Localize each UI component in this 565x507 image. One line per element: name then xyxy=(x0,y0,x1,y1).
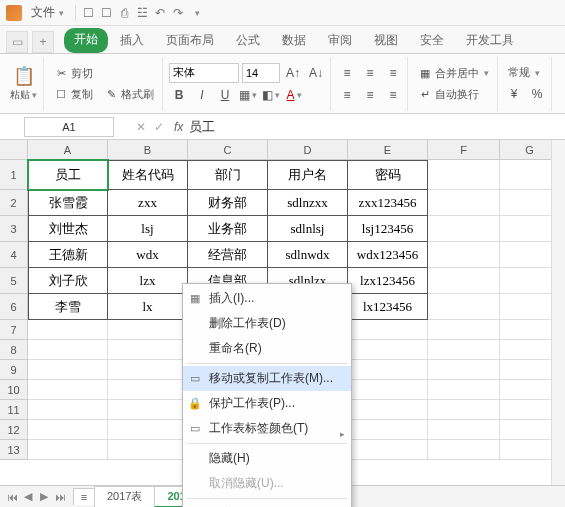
paste-button[interactable]: 📋 粘贴 xyxy=(4,57,44,111)
sheet-nav-next[interactable]: ▶ xyxy=(36,489,52,505)
ribbon-tab-4[interactable]: 数据 xyxy=(272,28,316,53)
cell-F12[interactable] xyxy=(428,420,500,440)
cell-F7[interactable] xyxy=(428,320,500,340)
font-select[interactable] xyxy=(169,63,239,83)
redo-icon[interactable]: ↷ xyxy=(170,5,186,21)
fill-color-button[interactable]: ◧ xyxy=(261,85,281,105)
col-header-F[interactable]: F xyxy=(428,140,500,160)
print-icon[interactable]: ⎙ xyxy=(116,5,132,21)
cell-E1[interactable]: 密码 xyxy=(348,160,428,190)
cell-E2[interactable]: zxx123456 xyxy=(348,190,428,216)
fx-icon[interactable]: fx xyxy=(174,120,183,134)
row-header-10[interactable]: 10 xyxy=(0,380,28,400)
cell-C3[interactable]: 业务部 xyxy=(188,216,268,242)
cell-A13[interactable] xyxy=(28,440,108,460)
cell-A3[interactable]: 刘世杰 xyxy=(28,216,108,242)
cell-F13[interactable] xyxy=(428,440,500,460)
percent-icon[interactable]: % xyxy=(527,84,547,104)
bold-button[interactable]: B xyxy=(169,85,189,105)
preview-icon[interactable]: ☳ xyxy=(134,5,150,21)
cell-A4[interactable]: 王德新 xyxy=(28,242,108,268)
qa-more[interactable] xyxy=(188,5,204,21)
row-header-9[interactable]: 9 xyxy=(0,360,28,380)
row-header-8[interactable]: 8 xyxy=(0,340,28,360)
file-menu[interactable]: 文件 xyxy=(24,2,71,23)
number-format-select[interactable]: 常规 xyxy=(504,63,547,82)
ribbon-tab-7[interactable]: 安全 xyxy=(410,28,454,53)
cell-B13[interactable] xyxy=(108,440,188,460)
row-header-12[interactable]: 12 xyxy=(0,420,28,440)
cell-F11[interactable] xyxy=(428,400,500,420)
cell-D4[interactable]: sdlnwdx xyxy=(268,242,348,268)
cell-F1[interactable] xyxy=(428,160,500,190)
ctx-select-all[interactable]: 选定全部工作表(S) xyxy=(183,501,351,507)
copy-button[interactable]: ☐复制 xyxy=(50,85,97,104)
cell-B8[interactable] xyxy=(108,340,188,360)
cell-F4[interactable] xyxy=(428,242,500,268)
select-all-corner[interactable] xyxy=(0,140,28,160)
ribbon-tab-1[interactable]: 插入 xyxy=(110,28,154,53)
row-header-3[interactable]: 3 xyxy=(0,216,28,242)
ribbon-tab-6[interactable]: 视图 xyxy=(364,28,408,53)
currency-icon[interactable]: ¥ xyxy=(504,84,524,104)
cell-A1[interactable]: 员工 xyxy=(28,160,108,190)
row-header-2[interactable]: 2 xyxy=(0,190,28,216)
cell-E11[interactable] xyxy=(348,400,428,420)
merge-center-button[interactable]: ▦合并居中 xyxy=(414,64,493,83)
cell-E10[interactable] xyxy=(348,380,428,400)
sheet-nav-prev[interactable]: ◀ xyxy=(20,489,36,505)
ribbon-tab-8[interactable]: 开发工具 xyxy=(456,28,524,53)
cell-F10[interactable] xyxy=(428,380,500,400)
cell-B11[interactable] xyxy=(108,400,188,420)
cell-B9[interactable] xyxy=(108,360,188,380)
cell-C1[interactable]: 部门 xyxy=(188,160,268,190)
cell-A2[interactable]: 张雪霞 xyxy=(28,190,108,216)
col-header-A[interactable]: A xyxy=(28,140,108,160)
cell-F3[interactable] xyxy=(428,216,500,242)
align-center-icon[interactable]: ≡ xyxy=(360,85,380,105)
increase-font-icon[interactable]: A↑ xyxy=(283,63,303,83)
cell-E4[interactable]: wdx123456 xyxy=(348,242,428,268)
col-header-C[interactable]: C xyxy=(188,140,268,160)
border-button[interactable]: ▦ xyxy=(238,85,258,105)
sheet-tab-0[interactable]: 2017表 xyxy=(94,486,155,508)
undo-icon[interactable]: ↶ xyxy=(152,5,168,21)
align-middle-icon[interactable]: ≡ xyxy=(360,63,380,83)
name-box[interactable]: A1 xyxy=(24,117,114,137)
formula-value[interactable]: 员工 xyxy=(189,118,215,136)
cell-E6[interactable]: lx123456 xyxy=(348,294,428,320)
cell-E7[interactable] xyxy=(348,320,428,340)
cell-A7[interactable] xyxy=(28,320,108,340)
cell-E8[interactable] xyxy=(348,340,428,360)
cell-B1[interactable]: 姓名代码 xyxy=(108,160,188,190)
cell-F8[interactable] xyxy=(428,340,500,360)
auto-wrap-button[interactable]: ↵自动换行 xyxy=(414,85,493,104)
cell-B5[interactable]: lzx xyxy=(108,268,188,294)
align-left-icon[interactable]: ≡ xyxy=(337,85,357,105)
ctx-hide[interactable]: 隐藏(H) xyxy=(183,446,351,471)
cell-A11[interactable] xyxy=(28,400,108,420)
fx-confirm-icon[interactable]: ✓ xyxy=(154,120,164,134)
cell-D2[interactable]: sdlnzxx xyxy=(268,190,348,216)
font-color-button[interactable]: A xyxy=(284,85,304,105)
cell-A10[interactable] xyxy=(28,380,108,400)
italic-button[interactable]: I xyxy=(192,85,212,105)
cell-D3[interactable]: sdlnlsj xyxy=(268,216,348,242)
row-header-6[interactable]: 6 xyxy=(0,294,28,320)
cell-F2[interactable] xyxy=(428,190,500,216)
cell-B4[interactable]: wdx xyxy=(108,242,188,268)
cell-C2[interactable]: 财务部 xyxy=(188,190,268,216)
cell-A8[interactable] xyxy=(28,340,108,360)
cell-A6[interactable]: 李雪 xyxy=(28,294,108,320)
row-header-11[interactable]: 11 xyxy=(0,400,28,420)
cell-B7[interactable] xyxy=(108,320,188,340)
cell-B6[interactable]: lx xyxy=(108,294,188,320)
align-right-icon[interactable]: ≡ xyxy=(383,85,403,105)
save-icon[interactable]: ☐ xyxy=(80,5,96,21)
cell-A5[interactable]: 刘子欣 xyxy=(28,268,108,294)
cell-F9[interactable] xyxy=(428,360,500,380)
ctx-move-copy[interactable]: ▭移动或复制工作表(M)... xyxy=(183,366,351,391)
row-header-5[interactable]: 5 xyxy=(0,268,28,294)
font-size-select[interactable] xyxy=(242,63,280,83)
sheet-nav-last[interactable]: ⏭ xyxy=(52,489,68,505)
